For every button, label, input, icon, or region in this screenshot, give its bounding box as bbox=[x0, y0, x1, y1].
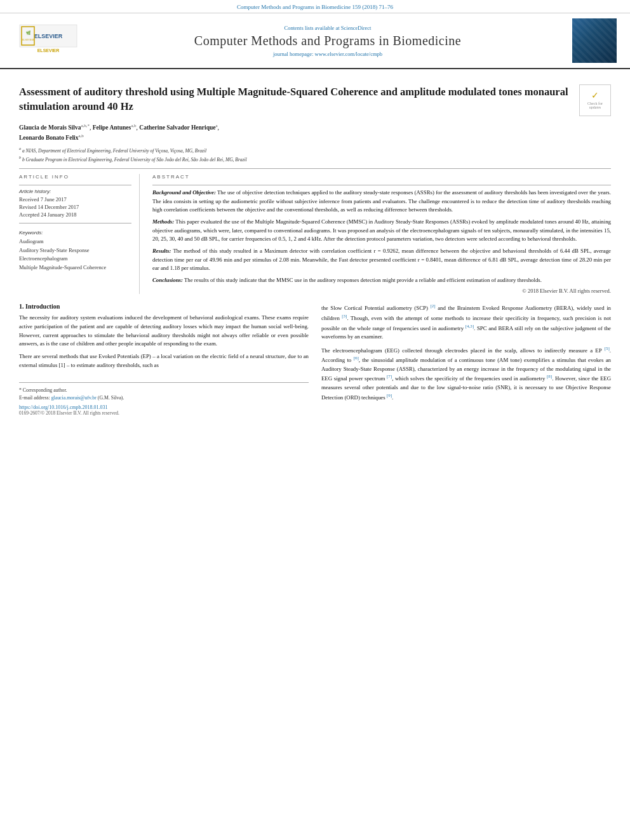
abstract-conclusions: Conclusions: The results of this study i… bbox=[152, 276, 611, 285]
intro-paragraph-2: There are several methods that use Evoke… bbox=[19, 352, 309, 370]
keyword-1: Audiogram bbox=[19, 237, 131, 246]
keywords-label: Keywords: bbox=[19, 230, 131, 236]
check-badge-label: Check for updates bbox=[582, 102, 608, 109]
svg-text:ELSEVIER: ELSEVIER bbox=[37, 48, 60, 53]
author-2: Felipe Antunes bbox=[93, 124, 131, 131]
background-text: The use of objective detection technique… bbox=[152, 189, 611, 213]
accepted-date: Accepted 24 January 2018 bbox=[19, 211, 131, 218]
abstract-divider bbox=[152, 185, 611, 185]
results-label: Results: bbox=[152, 248, 171, 254]
intro-paragraph-1: The necessity for auditory system evalua… bbox=[19, 314, 309, 349]
contents-available: Contents lists available at ScienceDirec… bbox=[86, 25, 569, 31]
author-4: Leonardo Bonato Felix bbox=[19, 135, 78, 142]
keyword-3: Electroencephalogram bbox=[19, 255, 131, 263]
ref-9: [9] bbox=[387, 393, 392, 398]
abstract-column: Abstract Background and Objective: The u… bbox=[152, 174, 611, 294]
elsevier-logo: ELSEVIER 🌿 ELSEVIER ELSEVIER bbox=[17, 22, 80, 60]
svg-text:ELSEVIER: ELSEVIER bbox=[34, 33, 63, 39]
results-text: The method of this study resulted in a M… bbox=[152, 248, 611, 271]
journal-citation: Computer Methods and Programs in Biomedi… bbox=[0, 0, 630, 13]
copyright-line: © 2018 Elsevier B.V. All rights reserved… bbox=[152, 288, 611, 294]
check-for-updates-badge: ✓ Check for updates bbox=[579, 84, 611, 116]
author-4-sup: a,b bbox=[78, 133, 83, 138]
article-title-section: Assessment of auditory threshold using M… bbox=[19, 84, 611, 116]
author-1: Glaucia de Morais Silva bbox=[19, 124, 81, 131]
right-paragraph-2: The electroencephalogram (EEG) collected… bbox=[321, 345, 611, 402]
abstract-header: Abstract bbox=[152, 174, 611, 180]
homepage-link[interactable]: www.elsevier.com/locate/cmpb bbox=[315, 51, 383, 57]
publisher-logo-area: ELSEVIER 🌿 ELSEVIER ELSEVIER bbox=[10, 22, 86, 60]
article-info-column: Article Info Article history: Received 7… bbox=[19, 174, 140, 294]
article-title: Assessment of auditory threshold using M… bbox=[19, 84, 572, 114]
author-3-sup: a bbox=[215, 123, 217, 128]
keywords-section: Keywords: Audiogram Auditory Steady-Stat… bbox=[19, 230, 131, 272]
footnote-area: * Corresponding author. E-mail address: … bbox=[19, 382, 309, 415]
paper-content: Assessment of auditory threshold using M… bbox=[0, 69, 630, 429]
author-2-sup: a,b bbox=[131, 123, 136, 128]
info-abstract-columns: Article Info Article history: Received 7… bbox=[19, 174, 611, 294]
journal-thumbnail bbox=[572, 18, 617, 63]
keyword-4: Multiple Magnitude-Squared Coherence bbox=[19, 263, 131, 272]
citation-text: Computer Methods and Programs in Biomedi… bbox=[237, 4, 393, 10]
journal-center: Contents lists available at ScienceDirec… bbox=[86, 25, 569, 57]
affiliation-2: b b Graduate Program in Electrical Engin… bbox=[19, 155, 611, 163]
introduction-title: 1. Introduction bbox=[19, 303, 309, 310]
background-label: Background and Objective: bbox=[152, 189, 216, 196]
ref-3: [3] bbox=[342, 314, 347, 319]
svg-text:🌿: 🌿 bbox=[26, 30, 31, 36]
article-title-container: Assessment of auditory threshold using M… bbox=[19, 84, 572, 114]
keyword-2: Auditory Steady-State Response bbox=[19, 246, 131, 255]
ref-5: [5] bbox=[605, 346, 610, 351]
conclusions-label: Conclusions: bbox=[152, 277, 183, 283]
header-divider bbox=[19, 168, 611, 169]
body-right-column: the Slow Cortical Potential audiometry (… bbox=[321, 303, 611, 415]
ref-4-3: [4,3] bbox=[466, 324, 474, 329]
right-paragraph-1: the Slow Cortical Potential audiometry (… bbox=[321, 303, 611, 341]
sciencedirect-link[interactable]: ScienceDirect bbox=[341, 25, 372, 31]
revised-date: Revised 14 December 2017 bbox=[19, 204, 131, 210]
abstract-background: Background and Objective: The use of obj… bbox=[152, 189, 611, 215]
received-date: Received 7 June 2017 bbox=[19, 196, 131, 203]
authors-line: Glaucia de Morais Silvaa,b,*, Felipe Ant… bbox=[19, 123, 611, 143]
conclusions-text: The results of this study indicate that … bbox=[184, 277, 542, 283]
doi-line[interactable]: https://doi.org/10.1016/j.cmpb.2018.01.0… bbox=[19, 404, 309, 410]
affiliation-1: a a NIAS, Department of Electrical Engin… bbox=[19, 146, 611, 154]
body-section: 1. Introduction The necessity for audito… bbox=[19, 303, 611, 415]
methods-label: Methods: bbox=[152, 218, 174, 225]
keywords-divider bbox=[19, 223, 131, 223]
body-left-column: 1. Introduction The necessity for audito… bbox=[19, 303, 309, 415]
corresponding-author-label: * Corresponding author. bbox=[19, 387, 309, 394]
ref-7: [7] bbox=[387, 374, 392, 379]
abstract-methods: Methods: This paper evaluated the use of… bbox=[152, 218, 611, 244]
ref-6: [6] bbox=[354, 356, 359, 361]
issn-line: 0169-2607/© 2018 Elsevier B.V. All right… bbox=[19, 410, 309, 416]
history-label: Article history: bbox=[19, 189, 131, 194]
author-3: Catherine Salvador Henrique bbox=[139, 124, 215, 131]
journal-thumbnail-area bbox=[569, 18, 620, 63]
ref-2: [2] bbox=[430, 303, 435, 309]
ref-8: [8] bbox=[547, 374, 552, 379]
journal-header: ELSEVIER 🌿 ELSEVIER ELSEVIER Contents li… bbox=[0, 13, 630, 69]
info-divider bbox=[19, 185, 131, 185]
author-1-sup: a,b,* bbox=[81, 123, 90, 128]
svg-text:ELSEVIER: ELSEVIER bbox=[22, 38, 34, 41]
check-mark-icon: ✓ bbox=[591, 91, 599, 100]
journal-title: Computer Methods and Programs in Biomedi… bbox=[86, 34, 569, 48]
author-email[interactable]: glaucia.morais@ufv.br bbox=[51, 395, 97, 401]
homepage-line: journal homepage: www.elsevier.com/locat… bbox=[86, 51, 569, 57]
abstract-results: Results: The method of this study result… bbox=[152, 247, 611, 273]
article-info-header: Article Info bbox=[19, 174, 131, 180]
methods-text: This paper evaluated the use of the Mult… bbox=[152, 218, 611, 242]
email-line: E-mail address: glaucia.morais@ufv.br (G… bbox=[19, 394, 309, 402]
